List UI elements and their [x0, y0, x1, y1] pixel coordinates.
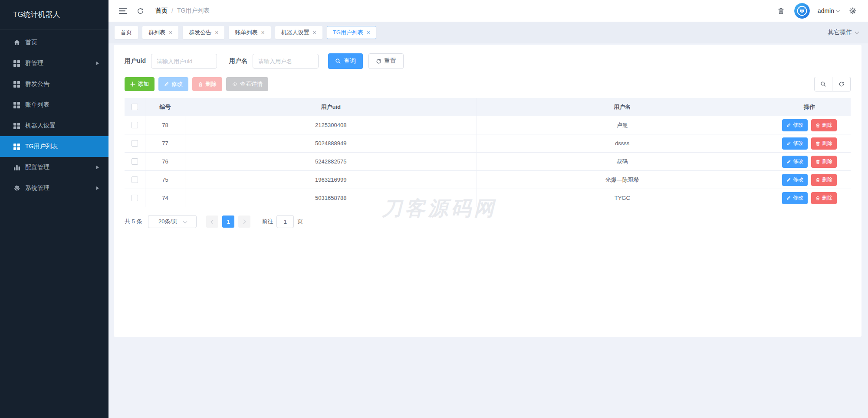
row-checkbox[interactable] [132, 122, 138, 128]
sidebar-item-bill-list[interactable]: 账单列表 [0, 95, 108, 115]
row-edit-button[interactable]: 修改 [782, 192, 808, 204]
breadcrumb-root[interactable]: 首页 [155, 7, 168, 15]
table-row: 75 1963216999 光爆—陈冠希 修改 删除 [125, 171, 851, 189]
cell-username: 光爆—陈冠希 [477, 171, 769, 189]
sidebar: TG统计机器人 首页 群管理 群发公告 [0, 0, 108, 418]
select-all-checkbox[interactable] [132, 104, 138, 110]
refresh-page-button[interactable] [135, 6, 146, 16]
view-detail-button[interactable]: 查看详情 [226, 77, 268, 91]
row-edit-button[interactable]: 修改 [782, 119, 808, 131]
row-edit-label: 修改 [793, 176, 803, 183]
close-tab-icon[interactable]: × [169, 29, 172, 36]
reset-button[interactable]: 重置 [368, 53, 404, 69]
sidebar-item-system-mgmt[interactable]: 系统管理 [0, 178, 108, 199]
row-edit-button[interactable]: 修改 [782, 156, 808, 168]
submenu-arrow-icon [96, 62, 99, 65]
row-checkbox[interactable] [132, 176, 138, 183]
name-input[interactable] [253, 54, 319, 69]
breadcrumb: 首页 / TG用户列表 [155, 7, 210, 15]
sidebar-item-broadcast[interactable]: 群发公告 [0, 74, 108, 95]
grid-icon [13, 101, 20, 109]
table-row: 78 2125300408 卢曼 修改 删除 [125, 116, 851, 134]
tab-tg-user-list[interactable]: TG用户列表 × [327, 26, 376, 39]
page-size-select[interactable]: 20条/页 [148, 215, 197, 228]
row-delete-button[interactable]: 删除 [811, 192, 837, 204]
sidebar-item-tg-user-list[interactable]: TG用户列表 [0, 136, 108, 157]
cell-uid: 1963216999 [185, 171, 477, 189]
chevron-right-icon [242, 219, 246, 224]
edit-button[interactable]: 修改 [158, 77, 188, 91]
tab-robot-settings[interactable]: 机器人设置 × [275, 26, 322, 39]
table-row: 74 5031658788 TYGC 修改 删除 [125, 189, 851, 207]
trash-button[interactable] [776, 5, 786, 16]
cell-username: 卢曼 [477, 116, 769, 134]
tab-broadcast[interactable]: 群发公告 × [183, 26, 224, 39]
name-label: 用户名 [229, 57, 247, 65]
tab-home[interactable]: 首页 [115, 26, 138, 39]
eye-icon [232, 82, 238, 87]
row-checkbox[interactable] [132, 195, 138, 201]
topbar: 首页 / TG用户列表 [108, 0, 868, 22]
sidebar-item-label: 机器人设置 [25, 122, 56, 130]
delete-button[interactable]: 删除 [192, 77, 222, 91]
content-card: 用户uid 用户名 查询 重置 [114, 45, 861, 337]
sidebar-item-config-mgmt[interactable]: 配置管理 [0, 157, 108, 178]
current-page-button[interactable]: 1 [222, 216, 234, 228]
search-button[interactable]: 查询 [328, 53, 363, 69]
reset-button-label: 重置 [384, 57, 396, 65]
prev-page-button[interactable] [206, 216, 218, 228]
goto-page-input[interactable] [276, 215, 294, 228]
sidebar-item-home[interactable]: 首页 [0, 32, 108, 53]
table-row: 77 5024888949 dssss 修改 删除 [125, 134, 851, 153]
page-size-label: 20条/页 [158, 218, 178, 225]
close-tab-icon[interactable]: × [215, 29, 218, 36]
next-page-button[interactable] [238, 216, 250, 228]
cell-id: 78 [145, 116, 185, 134]
goto-label: 前往 [262, 218, 273, 225]
row-delete-label: 删除 [822, 121, 832, 129]
sidebar-item-label: 首页 [25, 39, 37, 46]
close-tab-icon[interactable]: × [313, 29, 316, 36]
sidebar-item-label: 群发公告 [25, 80, 49, 88]
tab-group-list[interactable]: 群列表 × [142, 26, 178, 39]
more-operations-label: 其它操作 [828, 29, 852, 36]
collapse-sidebar-button[interactable] [117, 6, 129, 16]
table-search-button[interactable] [814, 77, 832, 91]
row-checkbox[interactable] [132, 158, 138, 165]
search-icon [335, 58, 341, 64]
app-root: TG统计机器人 首页 群管理 群发公告 [0, 0, 868, 418]
row-edit-button[interactable]: 修改 [782, 137, 808, 150]
row-delete-button[interactable]: 删除 [811, 174, 837, 186]
sidebar-item-label: 系统管理 [25, 184, 49, 192]
sidebar-item-label: 群管理 [25, 59, 43, 67]
chevron-down-icon [183, 219, 187, 223]
row-delete-button[interactable]: 删除 [811, 119, 837, 131]
settings-button[interactable] [847, 5, 858, 16]
grid-icon [13, 60, 20, 67]
close-tab-icon[interactable]: × [261, 29, 264, 36]
tab-label: 机器人设置 [281, 29, 309, 36]
row-edit-button[interactable]: 修改 [782, 174, 808, 186]
close-tab-icon[interactable]: × [367, 29, 370, 36]
user-menu[interactable]: admin [818, 7, 839, 14]
more-operations-dropdown[interactable]: 其它操作 [828, 29, 861, 36]
table-refresh-button[interactable] [832, 77, 851, 91]
tabs-bar: 首页 群列表 × 群发公告 × 账单列表 × 机器人设置 × TG用户列表 × [108, 22, 868, 43]
filter-form: 用户uid 用户名 查询 重置 [125, 53, 851, 69]
sidebar-item-group-mgmt[interactable]: 群管理 [0, 53, 108, 74]
uid-input[interactable] [151, 54, 217, 69]
tab-bill-list[interactable]: 账单列表 × [229, 26, 270, 39]
gear-icon [13, 185, 20, 192]
row-delete-button[interactable]: 删除 [811, 156, 837, 168]
avatar[interactable] [794, 3, 810, 19]
row-checkbox[interactable] [132, 140, 138, 147]
breadcrumb-current: TG用户列表 [177, 7, 210, 15]
topbar-right: admin [776, 3, 858, 19]
sidebar-item-robot-settings[interactable]: 机器人设置 [0, 115, 108, 136]
add-button[interactable]: 添加 [125, 77, 155, 91]
cell-id: 75 [145, 171, 185, 189]
table-row: 76 5242882575 叔码 修改 删除 [125, 153, 851, 171]
uid-label: 用户uid [125, 57, 146, 65]
row-delete-button[interactable]: 删除 [811, 137, 837, 150]
tab-label: 群列表 [148, 29, 165, 36]
